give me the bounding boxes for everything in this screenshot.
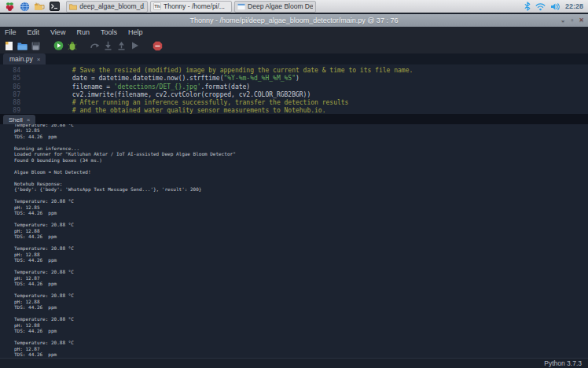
code-text: # Save the resized (modified) image by a… [27,67,413,75]
task-label: Thonny - /home/pi/... [164,2,225,10]
toolbar [0,38,588,53]
menu-tools[interactable]: Tools [101,28,117,36]
new-file-button[interactable] [4,40,14,51]
code-text: date = datetime.datetime.now().strftime(… [27,75,300,83]
editor-line: 84 # Save the resized (modified) image b… [0,67,588,75]
editor-line: 85 date = datetime.datetime.now().strfti… [0,75,588,83]
close-button[interactable]: ✕ [579,14,584,27]
debug-button[interactable] [67,40,77,51]
line-number: 89 [0,107,27,114]
open-file-button[interactable] [17,40,28,51]
code-text: cv2.imwrite(filename, cv2.cvtColor(cropp… [27,91,311,99]
web-browser-icon[interactable] [18,1,31,13]
editor-tab-strip: main.py × [0,53,588,64]
maximize-button[interactable]: ▫ [571,14,573,27]
wifi-icon[interactable] [535,2,546,11]
menu-bar: FileEditViewRunToolsHelp [0,27,588,38]
editor-line: 88 # After running an inference successf… [0,99,588,107]
editor-line: 87 cv2.imwrite(filename, cv2.cvtColor(cr… [0,91,588,99]
shade-button[interactable]: ⌄ [560,14,566,27]
stop-button[interactable] [153,40,163,51]
editor-line: 86 filename = 'detections/DET_{}.jpg'.fo… [0,83,588,91]
editor-line: 89 # and the obtained water quality sens… [0,107,588,114]
code-text: # After running an inference successfull… [27,99,348,107]
taskbar: deep_algae_bloom_d... Th Thonny - /home/… [0,0,588,13]
status-bar: Python 3.7.3 [0,358,588,368]
tab-shell[interactable]: Shell × [3,115,35,124]
line-number: 86 [0,83,27,91]
run-script-button[interactable] [53,40,64,51]
window-controls: ⌄ ▫ ✕ [560,14,584,27]
tab-label: main.py [9,55,33,63]
menu-run[interactable]: Run [76,28,90,36]
volume-icon[interactable] [550,2,560,11]
code-text: # and the obtained water quality sensor … [27,107,326,114]
shell-pane[interactable]: Temperature: 20.88 °C pH: 12.85 TDS: 44.… [0,124,588,358]
line-number: 85 [0,75,27,83]
menu-help[interactable]: Help [128,28,143,36]
step-out-button[interactable] [116,40,127,51]
raspberry-menu-icon[interactable] [3,1,16,13]
line-number: 88 [0,99,27,107]
task-label: deep_algae_bloom_d... [79,2,145,10]
taskbar-task-thonny[interactable]: Th Thonny - /home/pi/... [150,1,232,13]
terminal-icon[interactable] [48,1,61,13]
resume-button[interactable] [130,40,140,51]
tab-close-icon[interactable]: × [27,116,31,123]
file-manager-icon[interactable] [33,1,46,13]
menu-edit[interactable]: Edit [28,28,40,36]
taskbar-task-image-window[interactable]: Deep Algae Bloom De... [234,1,316,13]
thonny-icon: Th [153,2,161,10]
tab-main-py[interactable]: main.py × [3,53,46,64]
code-editor[interactable]: 84 # Save the resized (modified) image b… [0,64,588,114]
taskbar-task-file-manager[interactable]: deep_algae_bloom_d... [66,1,148,13]
system-tray: 22:28 [524,2,585,11]
interpreter-version[interactable]: Python 3.7.3 [544,359,582,367]
line-number: 84 [0,67,27,75]
menu-view[interactable]: View [50,28,65,36]
step-over-button[interactable] [90,40,100,51]
menu-file[interactable]: File [5,28,17,36]
window-icon [237,3,245,10]
window-titlebar[interactable]: Thonny - /home/pi/deep_algae_bloom_detec… [0,14,588,27]
code-text: filename = 'detections/DET_{}.jpg'.forma… [27,83,250,91]
task-label: Deep Algae Bloom De... [248,2,313,10]
folder-icon [69,3,77,10]
clock[interactable]: 22:28 [565,2,583,10]
shell-tab-strip: Shell × [0,114,588,124]
save-file-button[interactable] [31,40,41,51]
step-into-button[interactable] [103,40,113,51]
bluetooth-icon[interactable] [524,2,531,11]
svg-text:Th: Th [154,4,160,9]
window-title: Thonny - /home/pi/deep_algae_bloom_detec… [190,17,399,24]
tab-close-icon[interactable]: × [37,56,41,63]
shell-output: Temperature: 20.88 °C pH: 12.85 TDS: 44.… [0,124,588,358]
tab-label: Shell [9,116,23,123]
line-number: 87 [0,91,27,99]
